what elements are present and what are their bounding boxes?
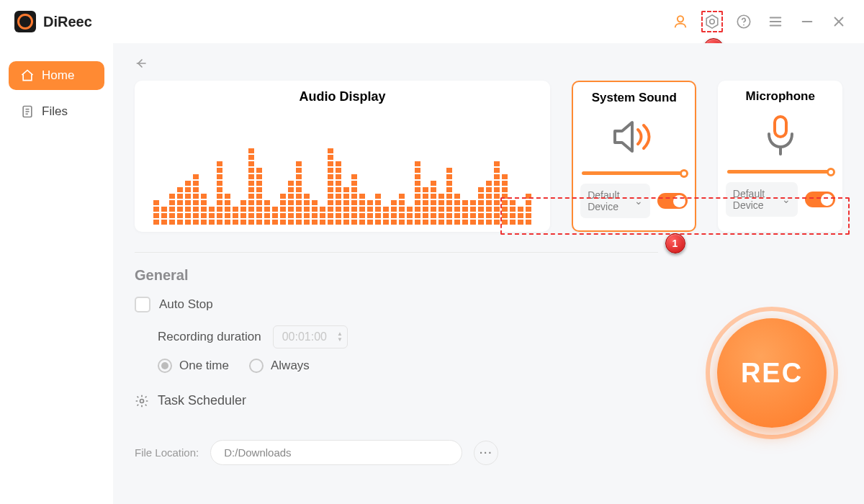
recording-duration-value: 00:01:00 bbox=[282, 330, 327, 343]
microphone-card[interactable]: Microphone Default Device ⌄ bbox=[718, 81, 842, 232]
minimize-icon[interactable] bbox=[796, 11, 818, 32]
svg-point-2 bbox=[710, 19, 714, 24]
chevron-down-icon: ⌄ bbox=[634, 195, 643, 207]
chevron-down-icon: ⌄ bbox=[782, 194, 791, 205]
task-scheduler-label: Task Scheduler bbox=[158, 393, 246, 408]
app-name: DiReec bbox=[43, 14, 92, 30]
audio-display-card: Audio Display bbox=[135, 81, 550, 232]
system-sound-device-select[interactable]: Default Device ⌄ bbox=[580, 184, 650, 218]
files-icon bbox=[20, 104, 35, 119]
svg-rect-16 bbox=[775, 117, 786, 137]
divider bbox=[135, 252, 658, 253]
system-sound-toggle[interactable] bbox=[657, 193, 688, 209]
file-location-label: File Location: bbox=[135, 446, 199, 459]
microphone-icon bbox=[760, 114, 801, 157]
sidebar-item-home[interactable]: Home bbox=[9, 61, 104, 90]
gear-icon bbox=[135, 394, 149, 408]
system-sound-title: System Sound bbox=[592, 91, 677, 105]
header-actions: 2 bbox=[670, 11, 850, 32]
settings-icon[interactable]: 2 bbox=[701, 11, 723, 32]
device-select-value: Default Device bbox=[733, 188, 782, 211]
mode-always-radio[interactable] bbox=[249, 359, 264, 373]
app-header: DiReec 2 bbox=[0, 0, 864, 43]
svg-point-4 bbox=[743, 24, 744, 26]
back-button[interactable] bbox=[135, 56, 842, 73]
record-button-ring: REC bbox=[706, 307, 838, 439]
mode-onetime-radio[interactable] bbox=[158, 359, 172, 373]
menu-icon[interactable] bbox=[765, 11, 786, 32]
microphone-volume-slider[interactable] bbox=[727, 170, 834, 174]
audio-display-title: Audio Display bbox=[150, 89, 534, 104]
auto-stop-checkbox[interactable] bbox=[135, 297, 150, 312]
audio-waveform bbox=[150, 109, 534, 225]
mode-onetime-label: One time bbox=[179, 359, 229, 373]
svg-point-18 bbox=[140, 399, 144, 402]
arrow-left-icon bbox=[135, 56, 149, 71]
microphone-device-select[interactable]: Default Device ⌄ bbox=[726, 182, 798, 217]
close-icon[interactable] bbox=[828, 11, 850, 32]
auto-stop-label: Auto Stop bbox=[159, 297, 213, 312]
device-select-value: Default Device bbox=[588, 189, 634, 212]
file-location-more-button[interactable]: ··· bbox=[474, 441, 498, 465]
recording-duration-label: Recording duration bbox=[158, 330, 261, 344]
sidebar: Home Files bbox=[0, 43, 113, 504]
system-sound-volume-slider[interactable] bbox=[582, 171, 687, 175]
file-location-input[interactable]: D:/Downloads bbox=[210, 440, 462, 465]
svg-point-0 bbox=[678, 16, 683, 22]
microphone-toggle[interactable] bbox=[805, 192, 835, 207]
general-section-title: General bbox=[135, 267, 842, 284]
user-icon[interactable] bbox=[670, 11, 691, 32]
record-button-label: REC bbox=[741, 358, 803, 389]
callout-marker-1: 1 bbox=[665, 233, 685, 253]
mode-always-label: Always bbox=[271, 359, 310, 373]
sidebar-item-label: Files bbox=[42, 104, 68, 119]
sidebar-item-files[interactable]: Files bbox=[9, 97, 104, 126]
logo-area: DiReec bbox=[14, 11, 92, 32]
app-logo-icon bbox=[14, 11, 36, 32]
recording-duration-input[interactable]: 00:01:00 ▲▼ bbox=[273, 325, 348, 348]
microphone-title: Microphone bbox=[746, 89, 815, 104]
stepper-icon[interactable]: ▲▼ bbox=[337, 331, 343, 343]
help-icon[interactable] bbox=[733, 11, 755, 32]
record-button[interactable]: REC bbox=[717, 318, 827, 428]
sidebar-item-label: Home bbox=[42, 68, 74, 83]
speaker-icon bbox=[611, 115, 658, 158]
system-sound-card[interactable]: System Sound Default Device ⌄ bbox=[572, 81, 696, 232]
svg-marker-1 bbox=[706, 15, 718, 28]
content-panel: Audio Display System Sound Default Devic… bbox=[113, 43, 864, 504]
home-icon bbox=[20, 68, 35, 83]
